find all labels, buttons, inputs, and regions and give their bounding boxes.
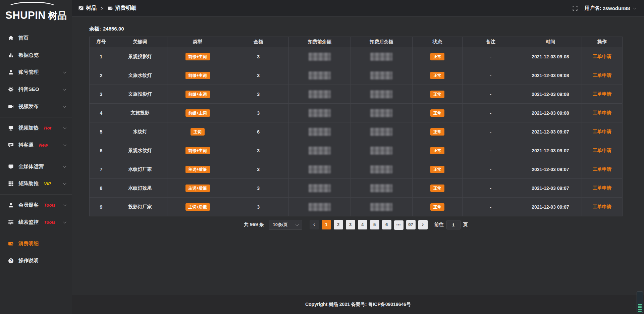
sidebar-item-monitor[interactable]: 全媒体运营 (0, 158, 72, 175)
question-icon: ? (7, 258, 14, 264)
sidebar-item-chat[interactable]: 抖客通New (0, 137, 72, 154)
page-button[interactable]: 1 (322, 220, 331, 229)
sidebar-item-grid[interactable]: 矩阵助推VIP (0, 175, 72, 192)
work-order-link[interactable]: 工单申请 (593, 129, 611, 134)
sidebar-item-label: 数据总览 (18, 52, 39, 58)
chevron-down-icon (63, 164, 66, 168)
breadcrumb-item[interactable]: 消费明细 (107, 5, 137, 12)
sidebar-item-label: 线索监控 (18, 219, 39, 225)
sidebar-item-chart[interactable]: 数据总览 (0, 47, 72, 64)
cell-type: 前缀+主词 (167, 85, 228, 104)
column-header: 时间 (519, 37, 582, 47)
cell-balance-before (289, 104, 351, 122)
username: zswodun88 (603, 5, 630, 11)
work-order-link[interactable]: 工单申请 (593, 54, 611, 59)
cell-balance-after (351, 85, 412, 104)
page-button[interactable]: 97 (406, 220, 416, 229)
cell-time: 2021-12-03 09:07 (519, 179, 582, 198)
app-icon (78, 5, 84, 11)
table-row: 4文旅投影前缀+主词3正常-2021-12-03 09:08工单申请 (90, 104, 623, 122)
redacted-value (309, 203, 331, 211)
floating-widget[interactable] (637, 292, 643, 313)
sidebar-item-member[interactable]: 会员爆客Tools (0, 197, 72, 214)
cell-keyword: 水纹灯效果 (113, 179, 167, 198)
page-button[interactable]: 4 (358, 220, 367, 229)
cell-type: 前缀+主词 (167, 66, 228, 85)
cell-index: 8 (90, 179, 113, 198)
widget-bar (638, 306, 642, 307)
sidebar-item-sliders[interactable]: 线索监控Tools (0, 214, 72, 231)
cell-type: 前缀+主词 (167, 47, 228, 66)
menu-divider (0, 117, 72, 117)
page-button[interactable]: 2 (334, 220, 343, 229)
cell-index: 6 (90, 141, 113, 160)
redacted-value (370, 165, 392, 173)
cell-remark: - (463, 122, 519, 141)
sidebar-item-user[interactable]: 账号管理 (0, 64, 72, 81)
menu-divider (0, 156, 72, 156)
page-button[interactable]: 3 (346, 220, 355, 229)
work-order-link[interactable]: 工单申请 (593, 148, 611, 153)
next-page-button[interactable]: › (418, 220, 428, 229)
widget-bar (638, 311, 642, 312)
sidebar-item-tag: VIP (44, 181, 51, 186)
sidebar-item-tag: Tools (44, 220, 55, 225)
breadcrumb: 树品>消费明细 (78, 5, 137, 12)
table-row: 6景观水纹灯前缀+主词3正常-2021-12-03 09:07工单申请 (90, 141, 623, 160)
status-badge: 正常 (430, 72, 444, 79)
goto-suffix: 页 (463, 222, 468, 228)
sidebar-item-wallet[interactable]: 消费明细 (0, 235, 72, 252)
redacted-value (309, 147, 331, 155)
sidebar-item-label: 首页 (18, 35, 29, 41)
sidebar-item-home[interactable]: 首页 (0, 30, 72, 47)
cell-amount: 3 (228, 104, 289, 122)
page-size-select[interactable]: 10条/页 (269, 220, 302, 230)
redacted-value (370, 53, 392, 61)
cell-status: 正常 (412, 66, 462, 85)
redacted-value (309, 53, 331, 61)
work-order-link[interactable]: 工单申请 (593, 72, 611, 78)
pagination: 共 969 条 10条/页 ‹123456•••97› 前往 页 (89, 220, 623, 230)
work-order-link[interactable]: 工单申请 (593, 185, 611, 191)
sidebar: SHUPIN树品 首页数据总览账号管理抖音SEO视频发布视频加热Hot抖客通Ne… (0, 0, 72, 314)
redacted-value (370, 109, 392, 117)
work-order-link[interactable]: 工单申请 (593, 204, 611, 209)
work-order-link[interactable]: 工单申请 (593, 110, 611, 115)
sidebar-item-heat[interactable]: 视频加热Hot (0, 119, 72, 137)
column-header: 备注 (463, 37, 519, 47)
prev-page-button[interactable]: ‹ (310, 220, 319, 229)
page-size-value: 10条/页 (273, 222, 288, 228)
column-header: 操作 (582, 37, 623, 47)
goto-label: 前往 (434, 222, 444, 228)
work-order-link[interactable]: 工单申请 (593, 91, 611, 97)
table-row: 7水纹灯厂家主词+后缀3正常-2021-12-03 09:07工单申请 (90, 160, 623, 179)
cell-keyword: 水纹灯厂家 (113, 160, 167, 179)
cell-type: 前缀+主词 (167, 141, 228, 160)
gear-icon (7, 87, 14, 92)
sidebar-item-video[interactable]: 视频发布 (0, 98, 72, 115)
cell-action: 工单申请 (582, 104, 623, 122)
cell-index: 4 (90, 104, 113, 122)
more-pages-button[interactable]: ••• (394, 220, 404, 230)
user-menu[interactable]: 用户名: zswodun88 (585, 5, 635, 11)
page-button[interactable]: 6 (382, 220, 391, 229)
type-badge: 主词+后缀 (185, 185, 210, 192)
work-order-link[interactable]: 工单申请 (593, 166, 611, 172)
page-button[interactable]: 5 (370, 220, 379, 229)
sidebar-item-gear[interactable]: 抖音SEO (0, 81, 72, 98)
sidebar-item-question[interactable]: ?操作说明 (0, 252, 72, 269)
cell-balance-after (351, 160, 412, 179)
cell-time: 2021-12-03 09:08 (519, 66, 582, 85)
fullscreen-icon[interactable] (572, 5, 578, 11)
cell-remark: - (463, 47, 519, 66)
widget-bar (638, 304, 642, 305)
goto-page-input[interactable] (446, 220, 461, 229)
cell-status: 正常 (412, 47, 462, 66)
pagination-total: 共 969 条 (244, 222, 264, 228)
chevron-down-icon (63, 181, 66, 185)
wallet-icon (7, 241, 14, 247)
type-badge: 前缀+主词 (185, 147, 210, 154)
breadcrumb-item[interactable]: 树品 (78, 5, 97, 12)
column-header: 状态 (412, 37, 462, 47)
redacted-value (309, 71, 331, 80)
